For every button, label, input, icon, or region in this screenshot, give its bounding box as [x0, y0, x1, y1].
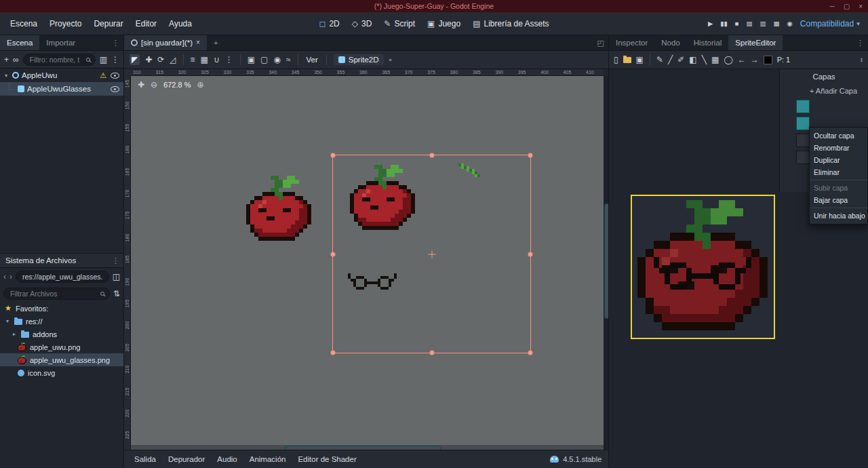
- redo-icon[interactable]: →: [751, 56, 759, 64]
- visibility-icon[interactable]: [111, 86, 119, 92]
- renderer-dropdown[interactable]: Compatibilidad ▾: [800, 19, 860, 28]
- selection-handle[interactable]: [528, 153, 533, 158]
- tab-nodo[interactable]: Nodo: [654, 35, 687, 50]
- workspace-assets[interactable]: ▤ Librería de Assets: [473, 19, 549, 28]
- bottom-tab-shader[interactable]: Editor de Shader: [292, 455, 362, 463]
- selection-handle[interactable]: [331, 252, 336, 256]
- layer-thumbnail[interactable]: [796, 151, 810, 164]
- fs-row-favoritos[interactable]: ★ Favoritos:: [0, 302, 123, 315]
- sprite-preview[interactable]: [631, 195, 775, 339]
- vertical-scrollbar[interactable]: [604, 76, 608, 450]
- edited-node-breadcrumb[interactable]: Sprite2D: [334, 54, 384, 65]
- instance-scene-button[interactable]: ∞: [13, 56, 19, 64]
- layer-thumbnail[interactable]: [796, 100, 810, 113]
- menu-ayuda[interactable]: Ayuda: [163, 16, 198, 31]
- bottom-tab-audio[interactable]: Audio: [211, 455, 243, 463]
- menu-item-unir-hacia-abajo[interactable]: Unir hacia abajo: [810, 210, 867, 222]
- color-swatch[interactable]: [764, 56, 772, 64]
- menu-editor[interactable]: Editor: [130, 16, 163, 31]
- fs-row-addons[interactable]: ▸ addons: [0, 328, 123, 340]
- zoom-in-button[interactable]: ⊕: [197, 81, 204, 89]
- list-select-icon[interactable]: ≡: [191, 56, 195, 64]
- open-file-icon[interactable]: [623, 57, 631, 63]
- layer-thumbnail[interactable]: [796, 134, 810, 147]
- menu-item-renombrar[interactable]: Renombrar: [810, 142, 867, 154]
- minimize-button[interactable]: ─: [830, 3, 835, 10]
- selection-handle[interactable]: [429, 351, 434, 355]
- unlock-icon[interactable]: ▢: [260, 56, 268, 64]
- scene-filter[interactable]: [23, 54, 96, 66]
- tree-row-appleuwuglasses[interactable]: AppleUwuGlasses: [0, 82, 123, 96]
- save-icon[interactable]: ▣: [636, 56, 644, 64]
- forward-icon[interactable]: ›: [9, 272, 12, 281]
- menu-proyecto[interactable]: Proyecto: [43, 16, 87, 31]
- fs-row-apple-uwu-glasses[interactable]: apple_uwu_glasses.png: [0, 353, 123, 366]
- add-node-button[interactable]: +: [4, 56, 9, 64]
- movie-maker-button[interactable]: ▥: [760, 20, 766, 27]
- undo-icon[interactable]: ←: [738, 56, 746, 64]
- select-tool-button[interactable]: ◤: [130, 54, 140, 65]
- snap-options-icon[interactable]: ▦: [201, 56, 208, 64]
- selection-handle[interactable]: [528, 351, 533, 355]
- filesystem-filter-input[interactable]: [9, 289, 98, 298]
- workspace-2d[interactable]: ◻ 2D: [319, 19, 339, 28]
- pause-button[interactable]: ▮▮: [720, 20, 727, 27]
- add-layer-button[interactable]: + Añadir Capa: [810, 87, 857, 95]
- eraser-tool-icon[interactable]: ╲: [702, 56, 707, 64]
- warning-icon[interactable]: ⚠: [100, 71, 106, 80]
- view-menu[interactable]: Ver: [305, 56, 319, 64]
- glasses-sprite[interactable]: [348, 273, 397, 290]
- fs-row-icon-svg[interactable]: icon.svg: [0, 366, 123, 379]
- size-spinner[interactable]: ▲ ▼: [860, 57, 863, 62]
- collapse-caret-icon[interactable]: ▾: [3, 73, 9, 79]
- collapse-caret-icon[interactable]: ▾: [4, 318, 11, 324]
- tree-row-appleuwu[interactable]: ▾ AppleUwu ⚠: [0, 69, 123, 82]
- bucket-tool-icon[interactable]: ◧: [689, 56, 696, 64]
- smart-snap-magnet-icon[interactable]: ∪: [214, 56, 220, 64]
- selection-handle[interactable]: [331, 153, 336, 158]
- lock-icon[interactable]: ▣: [248, 56, 255, 64]
- tab-inspector[interactable]: Inspector: [609, 35, 654, 50]
- expand-caret-icon[interactable]: ▸: [11, 331, 18, 337]
- close-button[interactable]: ×: [859, 3, 863, 10]
- picker-tool-icon[interactable]: ✐: [677, 56, 684, 64]
- attach-script-icon[interactable]: ▥: [100, 56, 107, 64]
- back-icon[interactable]: ‹: [3, 272, 6, 281]
- filesystem-menu-icon[interactable]: ⋮: [108, 256, 123, 265]
- selection-handle[interactable]: [528, 252, 533, 256]
- play-custom-scene-button[interactable]: ▦: [774, 20, 780, 27]
- pencil-tool-icon[interactable]: ✎: [656, 56, 663, 64]
- add-scene-tab-button[interactable]: +: [207, 35, 225, 50]
- tab-sin-guardar[interactable]: [sin guardar](*) ×: [124, 35, 207, 50]
- workspace-3d[interactable]: ◇ 3D: [352, 19, 372, 28]
- renderer-settings-icon[interactable]: ◉: [787, 20, 793, 27]
- menu-escena[interactable]: Escena: [4, 16, 43, 31]
- titlebar[interactable]: (*) Juego-Super-Guay - Godot Engine ─ ▢ …: [0, 0, 868, 12]
- menu-item-ocultar-capa[interactable]: Ocultar capa: [810, 130, 867, 142]
- selected-apple-sprite[interactable]: [350, 165, 415, 230]
- skeleton-icon[interactable]: ≈: [286, 56, 291, 64]
- selection-handle[interactable]: [429, 153, 434, 158]
- group-icon[interactable]: ◉: [273, 56, 280, 64]
- circle-tool-icon[interactable]: ◯: [724, 56, 732, 64]
- tab-spriteeditor[interactable]: SpriteEditor: [728, 35, 783, 50]
- filesystem-filter[interactable]: [3, 288, 110, 300]
- bottom-tab-depurador[interactable]: Depurador: [162, 455, 211, 463]
- split-mode-icon[interactable]: ◫: [113, 273, 120, 281]
- rotate-tool-button[interactable]: ⟳: [157, 56, 164, 64]
- move-tool-button[interactable]: ✚: [145, 56, 152, 64]
- bottom-tab-salida[interactable]: Salida: [128, 455, 162, 463]
- rect-tool-icon[interactable]: ▦: [711, 56, 719, 64]
- menu-item-bajar-capa[interactable]: Bajar capa: [810, 194, 867, 206]
- 2d-viewport[interactable]: ✚ ⊖ 672.8 % ⊕: [131, 76, 604, 450]
- menu-item-eliminar[interactable]: Eliminar: [810, 166, 867, 178]
- play-button[interactable]: ▶: [708, 20, 713, 27]
- sort-icon[interactable]: ⇅: [113, 290, 120, 298]
- dock-menu-icon[interactable]: ⋮: [852, 35, 868, 50]
- apple-sprite[interactable]: [246, 176, 311, 241]
- close-tab-icon[interactable]: ×: [196, 39, 200, 46]
- selection-handle[interactable]: [331, 351, 336, 355]
- menu-item-duplicar[interactable]: Duplicar: [810, 154, 867, 166]
- path-input[interactable]: [21, 272, 104, 281]
- workspace-game[interactable]: ▣ Juego: [427, 19, 460, 28]
